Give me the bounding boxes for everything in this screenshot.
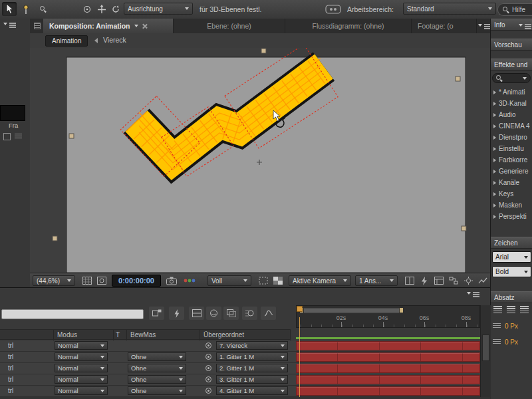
pickwhip-icon[interactable]	[205, 388, 211, 394]
pickwhip-icon[interactable]	[205, 342, 211, 348]
effects-category-3d-kanal[interactable]: 3D-Kanal	[491, 98, 532, 109]
align-dropdown[interactable]: Ausrichtung	[124, 3, 193, 15]
work-area-bar[interactable]	[301, 308, 401, 313]
puppet-pin-tool-button[interactable]	[19, 2, 33, 16]
close-icon[interactable]	[142, 23, 148, 29]
exposure-value-icon[interactable]	[476, 275, 489, 286]
graph-editor-button[interactable]	[261, 307, 276, 320]
draft-3d-button[interactable]	[189, 307, 204, 320]
comp-mini-flowchart-button[interactable]	[149, 307, 164, 320]
effects-category-kanaele[interactable]: Kanäle	[491, 177, 532, 188]
parent-dropdown[interactable]: 7. Viereck	[216, 341, 288, 350]
mask-visibility-icon[interactable]	[95, 275, 108, 286]
roi-icon[interactable]	[257, 275, 270, 286]
effects-category-audio[interactable]: Audio	[491, 109, 532, 120]
effects-category-farbkorrektur[interactable]: Farbkorre	[491, 154, 532, 166]
column-modus[interactable]: Modus	[57, 331, 77, 338]
align-center-icon[interactable]	[507, 306, 515, 313]
breadcrumb-sibling[interactable]: Viereck	[103, 36, 126, 44]
screen-share-icon[interactable]	[325, 5, 341, 16]
expand-icon[interactable]	[493, 158, 496, 162]
expand-icon[interactable]	[493, 113, 496, 117]
list-view-icon[interactable]	[15, 134, 22, 140]
parent-dropdown[interactable]: 1. Gitter 1 M	[216, 352, 288, 361]
align-left-icon[interactable]	[493, 306, 502, 313]
layer-row-5[interactable]: trl Normal Ohne 4. Gitter 1 M	[0, 386, 490, 397]
exposure-icon[interactable]	[462, 275, 475, 286]
track-matte-dropdown[interactable]: Ohne	[128, 386, 186, 395]
layer-name[interactable]: trl	[8, 353, 13, 360]
timeline-search-field[interactable]	[1, 309, 144, 319]
effects-category-masken[interactable]: Masken	[491, 200, 532, 211]
blend-mode-dropdown[interactable]: Normal	[55, 341, 108, 350]
pixel-aspect-icon[interactable]	[403, 275, 416, 286]
work-area-end-handle[interactable]	[399, 307, 404, 313]
blend-mode-dropdown[interactable]: Normal	[55, 375, 108, 384]
hide-shy-layers-button[interactable]	[206, 307, 221, 320]
absatz-panel-header[interactable]: Absatz	[491, 291, 532, 303]
camera-view-dropdown[interactable]: Aktive Kamera	[289, 275, 351, 286]
layer-name[interactable]: trl	[8, 342, 13, 349]
expand-icon[interactable]	[493, 102, 496, 106]
panel-menu-icon[interactable]	[3, 23, 16, 25]
tab-komposition[interactable]: Komposition: Animation	[43, 19, 174, 33]
zoom-dropdown[interactable]: (44,6%)	[33, 275, 75, 286]
font-style-dropdown[interactable]: Bold	[492, 266, 531, 277]
parent-dropdown[interactable]: 3. Gitter 1 M	[216, 375, 288, 384]
time-ruler[interactable]: 02s 04s 06s 08s	[296, 305, 480, 328]
transparency-grid-icon[interactable]	[271, 275, 285, 286]
expand-icon[interactable]	[493, 90, 496, 94]
zoom-tool-button[interactable]	[36, 2, 51, 16]
column-bewmas[interactable]: BewMas	[130, 331, 156, 338]
panel-menu-icon[interactable]	[519, 24, 531, 27]
breadcrumb-back-icon[interactable]	[94, 38, 98, 43]
expand-icon[interactable]	[493, 203, 496, 207]
snapshot-icon[interactable]	[165, 275, 178, 286]
font-family-dropdown[interactable]: Arial	[492, 251, 531, 263]
resolution-dropdown[interactable]: Voll	[207, 275, 251, 286]
pickwhip-icon[interactable]	[205, 354, 211, 360]
panel-menu-icon[interactable]	[467, 292, 479, 295]
effects-search-input[interactable]	[492, 73, 531, 83]
effects-category-animationsvorgaben[interactable]: * Animati	[491, 86, 532, 98]
selection-tool-button[interactable]	[2, 2, 17, 16]
blend-mode-dropdown[interactable]: Normal	[55, 352, 108, 361]
effects-category-einstellungen[interactable]: Einstellu	[491, 143, 532, 154]
tab-footage[interactable]: Footage: (o	[412, 19, 477, 33]
safe-zones-icon[interactable]	[80, 275, 94, 286]
tab-flussdiagramm[interactable]: Flussdiagramm: (ohne)	[285, 19, 412, 33]
workspace-dropdown[interactable]: Standard	[403, 3, 496, 15]
layer-name[interactable]: trl	[8, 364, 13, 372]
frame-blending-button[interactable]	[223, 307, 239, 320]
indent-right-value[interactable]: 0 Px	[505, 338, 518, 346]
effects-category-cinema4d[interactable]: CINEMA 4	[491, 120, 532, 132]
info-panel-header[interactable]: Info	[491, 19, 532, 31]
layer-row-4[interactable]: trl Normal Ohne 3. Gitter 1 M	[0, 374, 490, 386]
effekte-panel-header[interactable]: Effekte und	[491, 59, 532, 70]
orbit-camera-tool-button[interactable]	[80, 2, 94, 16]
current-time-indicator[interactable]	[297, 306, 303, 312]
layer-duration-bar[interactable]	[296, 352, 480, 362]
expand-icon[interactable]	[493, 181, 496, 185]
track-matte-dropdown[interactable]: Ohne	[128, 364, 186, 372]
vorschau-panel-header[interactable]: Vorschau	[491, 39, 532, 51]
parent-dropdown[interactable]: 2. Gitter 1 M	[216, 364, 288, 372]
blend-mode-dropdown[interactable]: Normal	[55, 364, 108, 372]
expand-icon[interactable]	[493, 192, 496, 196]
track-matte-dropdown[interactable]: Ohne	[128, 352, 186, 361]
fast-preview-icon[interactable]	[418, 275, 431, 286]
timeline-scrollbar-thumb[interactable]	[482, 334, 489, 361]
panel-menu-icon[interactable]	[478, 24, 491, 27]
layer-name[interactable]: trl	[8, 387, 13, 394]
flowchart-button-icon[interactable]	[447, 275, 460, 286]
pickwhip-icon[interactable]	[205, 365, 211, 371]
breadcrumb-current[interactable]: Animation	[45, 35, 88, 47]
indent-left-value[interactable]: 0 Px	[505, 323, 518, 330]
timecode-display[interactable]: 0:00:00:00	[112, 275, 161, 287]
layer-row-1[interactable]: trl Normal 7. Viereck	[0, 340, 490, 352]
live-update-button[interactable]	[169, 307, 184, 320]
layer-duration-bar[interactable]	[296, 341, 480, 350]
expand-icon[interactable]	[493, 136, 496, 140]
layer-duration-bar[interactable]	[296, 364, 480, 373]
align-right-icon[interactable]	[520, 306, 529, 313]
